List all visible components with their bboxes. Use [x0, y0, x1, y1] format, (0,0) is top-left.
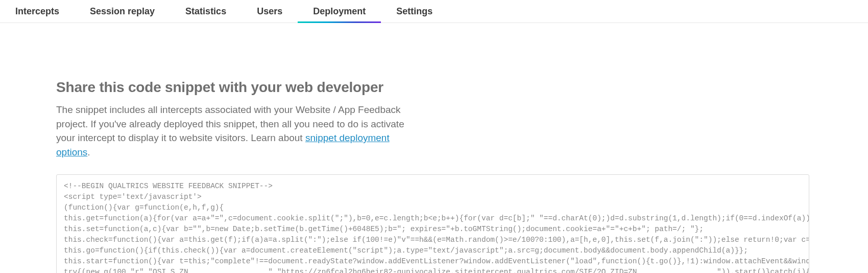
code-snippet-box[interactable]: <!--BEGIN QUALTRICS WEBSITE FEEDBACK SNI…: [56, 174, 809, 273]
page-title: Share this code snippet with your web de…: [56, 79, 761, 96]
tab-statistics[interactable]: Statistics: [170, 0, 242, 22]
snippet-line: this.check=function(){var a=this.get(f);…: [64, 235, 802, 245]
snippet-line: this.get=function(a){for(var a=a+"=",c=d…: [64, 213, 802, 224]
tab-label: Deployment: [313, 6, 366, 17]
tab-settings[interactable]: Settings: [381, 0, 448, 22]
snippet-line: (function(){var g=function(e,h,f,g){: [64, 202, 802, 213]
snippet-line: try{(new g(100,"r","QSI_S_ZN_ ","https:/…: [64, 267, 802, 273]
page-description: The snippet includes all intercepts asso…: [56, 103, 424, 159]
deployment-content: Share this code snippet with your web de…: [0, 23, 817, 273]
tab-users[interactable]: Users: [242, 0, 298, 22]
tab-session-replay[interactable]: Session replay: [75, 0, 170, 22]
tab-label: Statistics: [185, 6, 226, 17]
tabs-nav: Intercepts Session replay Statistics Use…: [0, 0, 868, 23]
tab-label: Settings: [396, 6, 432, 17]
snippet-line: <script type='text/javascript'>: [64, 192, 802, 202]
snippet-line: this.go=function(){if(this.check()){var …: [64, 245, 802, 256]
snippet-line: this.set=function(a,c){var b="",b=new Da…: [64, 224, 802, 235]
tab-intercepts[interactable]: Intercepts: [0, 0, 75, 22]
snippet-line: <!--BEGIN QUALTRICS WEBSITE FEEDBACK SNI…: [64, 181, 802, 192]
tab-deployment[interactable]: Deployment: [298, 0, 381, 22]
tab-label: Intercepts: [15, 6, 59, 17]
tab-label: Users: [257, 6, 282, 17]
tab-label: Session replay: [90, 6, 155, 17]
snippet-line: this.start=function(){var t=this;"comple…: [64, 256, 802, 267]
description-text-post: .: [87, 147, 90, 157]
